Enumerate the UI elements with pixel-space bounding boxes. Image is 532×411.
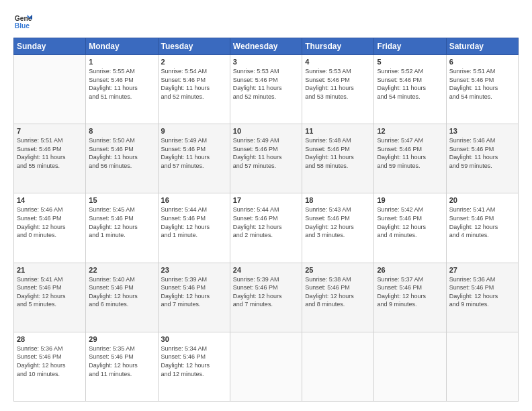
day-info: Sunrise: 5:51 AM Sunset: 5:46 PM Dayligh… — [17, 136, 83, 170]
calendar-cell: 25Sunrise: 5:38 AM Sunset: 5:46 PM Dayli… — [302, 263, 374, 332]
calendar-cell: 21Sunrise: 5:41 AM Sunset: 5:46 PM Dayli… — [14, 263, 86, 332]
day-number: 26 — [377, 266, 443, 274]
day-number: 20 — [449, 196, 515, 204]
calendar-cell: 12Sunrise: 5:47 AM Sunset: 5:46 PM Dayli… — [374, 124, 446, 193]
day-number: 7 — [17, 127, 83, 135]
day-info: Sunrise: 5:55 AM Sunset: 5:46 PM Dayligh… — [89, 67, 154, 101]
day-number: 27 — [449, 266, 515, 274]
calendar-cell — [230, 332, 302, 401]
day-info: Sunrise: 5:54 AM Sunset: 5:46 PM Dayligh… — [161, 67, 227, 101]
calendar-cell: 18Sunrise: 5:43 AM Sunset: 5:46 PM Dayli… — [302, 193, 374, 263]
day-info: Sunrise: 5:41 AM Sunset: 5:46 PM Dayligh… — [449, 205, 515, 239]
day-number: 17 — [233, 196, 299, 204]
calendar-cell: 23Sunrise: 5:39 AM Sunset: 5:46 PM Dayli… — [158, 263, 230, 332]
calendar-table: SundayMondayTuesdayWednesdayThursdayFrid… — [13, 38, 519, 402]
day-info: Sunrise: 5:38 AM Sunset: 5:46 PM Dayligh… — [305, 275, 371, 309]
day-number: 3 — [233, 58, 299, 66]
day-info: Sunrise: 5:45 AM Sunset: 5:46 PM Dayligh… — [89, 205, 154, 239]
col-header-monday: Monday — [86, 38, 158, 55]
calendar-cell — [446, 332, 518, 401]
calendar-week-row: 21Sunrise: 5:41 AM Sunset: 5:46 PM Dayli… — [14, 263, 519, 332]
day-number: 29 — [89, 335, 154, 343]
day-number: 4 — [305, 58, 371, 66]
day-number: 2 — [161, 58, 227, 66]
col-header-tuesday: Tuesday — [158, 38, 230, 55]
day-number: 23 — [161, 266, 227, 274]
logo: General Blue — [13, 12, 35, 31]
calendar-week-row: 14Sunrise: 5:46 AM Sunset: 5:46 PM Dayli… — [14, 193, 519, 263]
day-info: Sunrise: 5:44 AM Sunset: 5:46 PM Dayligh… — [233, 205, 299, 239]
col-header-friday: Friday — [374, 38, 446, 55]
day-info: Sunrise: 5:46 AM Sunset: 5:46 PM Dayligh… — [449, 136, 515, 170]
day-info: Sunrise: 5:42 AM Sunset: 5:46 PM Dayligh… — [377, 205, 443, 239]
calendar-cell: 13Sunrise: 5:46 AM Sunset: 5:46 PM Dayli… — [446, 124, 518, 193]
day-number: 5 — [377, 58, 443, 66]
calendar-cell: 22Sunrise: 5:40 AM Sunset: 5:46 PM Dayli… — [86, 263, 158, 332]
day-info: Sunrise: 5:37 AM Sunset: 5:46 PM Dayligh… — [377, 275, 443, 309]
calendar-cell: 19Sunrise: 5:42 AM Sunset: 5:46 PM Dayli… — [374, 193, 446, 263]
calendar-week-row: 7Sunrise: 5:51 AM Sunset: 5:46 PM Daylig… — [14, 124, 519, 193]
day-number: 24 — [233, 266, 299, 274]
calendar-week-row: 1Sunrise: 5:55 AM Sunset: 5:46 PM Daylig… — [14, 55, 519, 124]
day-number: 13 — [449, 127, 515, 135]
day-info: Sunrise: 5:35 AM Sunset: 5:46 PM Dayligh… — [89, 345, 154, 378]
calendar-cell: 1Sunrise: 5:55 AM Sunset: 5:46 PM Daylig… — [86, 55, 158, 124]
header: General Blue — [13, 12, 519, 31]
calendar-cell: 3Sunrise: 5:53 AM Sunset: 5:46 PM Daylig… — [230, 55, 302, 124]
day-info: Sunrise: 5:40 AM Sunset: 5:46 PM Dayligh… — [89, 275, 154, 309]
day-info: Sunrise: 5:39 AM Sunset: 5:46 PM Dayligh… — [233, 275, 299, 309]
day-number: 10 — [233, 127, 299, 135]
calendar-cell: 17Sunrise: 5:44 AM Sunset: 5:46 PM Dayli… — [230, 193, 302, 263]
day-info: Sunrise: 5:36 AM Sunset: 5:46 PM Dayligh… — [449, 275, 515, 309]
day-number: 28 — [17, 335, 83, 343]
calendar-cell: 15Sunrise: 5:45 AM Sunset: 5:46 PM Dayli… — [86, 193, 158, 263]
day-number: 11 — [305, 127, 371, 135]
day-number: 12 — [377, 127, 443, 135]
day-number: 19 — [377, 196, 443, 204]
day-number: 16 — [161, 196, 227, 204]
calendar-cell: 7Sunrise: 5:51 AM Sunset: 5:46 PM Daylig… — [14, 124, 86, 193]
calendar-cell — [374, 332, 446, 401]
svg-text:Blue: Blue — [15, 22, 30, 30]
day-info: Sunrise: 5:34 AM Sunset: 5:46 PM Dayligh… — [161, 345, 227, 378]
day-number: 8 — [89, 127, 154, 135]
day-info: Sunrise: 5:53 AM Sunset: 5:46 PM Dayligh… — [233, 67, 299, 101]
day-info: Sunrise: 5:50 AM Sunset: 5:46 PM Dayligh… — [89, 136, 154, 170]
day-info: Sunrise: 5:49 AM Sunset: 5:46 PM Dayligh… — [161, 136, 227, 170]
day-info: Sunrise: 5:51 AM Sunset: 5:46 PM Dayligh… — [449, 67, 515, 101]
calendar-cell: 30Sunrise: 5:34 AM Sunset: 5:46 PM Dayli… — [158, 332, 230, 401]
day-number: 18 — [305, 196, 371, 204]
day-info: Sunrise: 5:53 AM Sunset: 5:46 PM Dayligh… — [305, 67, 371, 101]
calendar-cell: 5Sunrise: 5:52 AM Sunset: 5:46 PM Daylig… — [374, 55, 446, 124]
logo-icon: General Blue — [13, 12, 32, 31]
calendar-cell: 4Sunrise: 5:53 AM Sunset: 5:46 PM Daylig… — [302, 55, 374, 124]
calendar-cell: 10Sunrise: 5:49 AM Sunset: 5:46 PM Dayli… — [230, 124, 302, 193]
day-info: Sunrise: 5:44 AM Sunset: 5:46 PM Dayligh… — [161, 205, 227, 239]
day-info: Sunrise: 5:43 AM Sunset: 5:46 PM Dayligh… — [305, 205, 371, 239]
calendar-cell: 28Sunrise: 5:36 AM Sunset: 5:46 PM Dayli… — [14, 332, 86, 401]
day-info: Sunrise: 5:49 AM Sunset: 5:46 PM Dayligh… — [233, 136, 299, 170]
day-info: Sunrise: 5:46 AM Sunset: 5:46 PM Dayligh… — [17, 205, 83, 239]
calendar-cell: 20Sunrise: 5:41 AM Sunset: 5:46 PM Dayli… — [446, 193, 518, 263]
day-number: 22 — [89, 266, 154, 274]
calendar-cell: 29Sunrise: 5:35 AM Sunset: 5:46 PM Dayli… — [86, 332, 158, 401]
day-number: 9 — [161, 127, 227, 135]
calendar-cell: 6Sunrise: 5:51 AM Sunset: 5:46 PM Daylig… — [446, 55, 518, 124]
day-number: 14 — [17, 196, 83, 204]
calendar-cell: 9Sunrise: 5:49 AM Sunset: 5:46 PM Daylig… — [158, 124, 230, 193]
day-info: Sunrise: 5:41 AM Sunset: 5:46 PM Dayligh… — [17, 275, 83, 309]
day-number: 1 — [89, 58, 154, 66]
calendar-cell: 27Sunrise: 5:36 AM Sunset: 5:46 PM Dayli… — [446, 263, 518, 332]
calendar-cell: 2Sunrise: 5:54 AM Sunset: 5:46 PM Daylig… — [158, 55, 230, 124]
calendar-cell: 14Sunrise: 5:46 AM Sunset: 5:46 PM Dayli… — [14, 193, 86, 263]
calendar-week-row: 28Sunrise: 5:36 AM Sunset: 5:46 PM Dayli… — [14, 332, 519, 401]
calendar-cell — [14, 55, 86, 124]
day-number: 15 — [89, 196, 154, 204]
calendar-cell: 16Sunrise: 5:44 AM Sunset: 5:46 PM Dayli… — [158, 193, 230, 263]
col-header-thursday: Thursday — [302, 38, 374, 55]
calendar-cell: 26Sunrise: 5:37 AM Sunset: 5:46 PM Dayli… — [374, 263, 446, 332]
day-info: Sunrise: 5:47 AM Sunset: 5:46 PM Dayligh… — [377, 136, 443, 170]
day-number: 21 — [17, 266, 83, 274]
calendar-header-row: SundayMondayTuesdayWednesdayThursdayFrid… — [14, 38, 519, 55]
day-number: 25 — [305, 266, 371, 274]
